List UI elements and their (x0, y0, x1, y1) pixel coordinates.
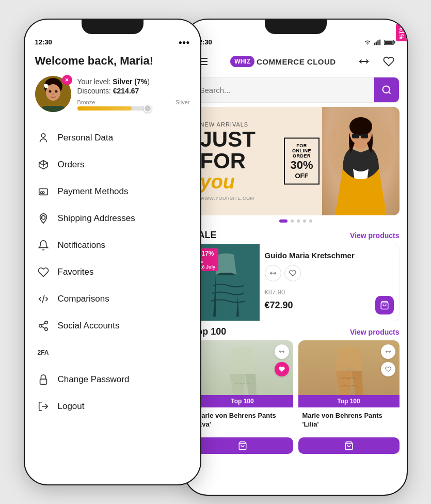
sale-pricing: €87.90 €72.90 (265, 288, 394, 314)
banner-pct: 30% (290, 159, 313, 172)
menu-item-payment-methods[interactable]: Payment Methods (25, 178, 200, 205)
svg-point-5 (52, 93, 54, 95)
discount-value: €214.67 (113, 87, 139, 95)
menu-item-comparisons[interactable]: Comparisons (25, 286, 200, 312)
price-cart-row: €72.90 (265, 296, 394, 314)
top100-card-1[interactable]: Top 100 Marie von B (192, 340, 293, 434)
menu-item-favorites[interactable]: Favorites (25, 259, 200, 286)
add-to-cart-top100-1-button[interactable] (192, 437, 293, 454)
svg-point-3 (49, 90, 51, 93)
compare-top100-2-button[interactable] (381, 344, 395, 359)
wishlist-nav-button[interactable] (379, 52, 398, 71)
wifi-icon (363, 39, 372, 45)
progress-labels: Bronze Silver (77, 99, 190, 105)
top100-card-2-actions (381, 344, 395, 376)
sale-products-row: -17% to 16 July (185, 244, 407, 321)
avatar-wrap[interactable]: × (35, 76, 71, 112)
wishlist-top100-2-button[interactable] (381, 362, 395, 376)
status-bar-left: 12:30 ●●● (25, 20, 200, 48)
cart-top100-2-icon (344, 441, 354, 450)
wishlist-top100-1-button[interactable] (275, 362, 289, 376)
banner-dot-1[interactable] (279, 219, 288, 223)
progress-label-silver: Silver (175, 99, 190, 105)
svg-point-7 (44, 84, 47, 87)
progress-thumb (143, 104, 152, 113)
banner-dot-5[interactable] (309, 219, 312, 223)
top100-product-2-name: Marie von Behrens Pants 'Lilia' (302, 412, 395, 429)
svg-rect-36 (352, 134, 359, 138)
banner-model-svg (322, 107, 400, 215)
progress-bar-wrap: Bronze Silver (77, 99, 190, 111)
compare-top100-1-button[interactable] (275, 344, 289, 359)
banner-for-online: FORONLINEORDER (290, 143, 313, 159)
top100-view-products[interactable]: View products (350, 328, 399, 336)
sale-view-products[interactable]: View products (350, 231, 399, 240)
banner-dot-4[interactable] (303, 219, 306, 223)
menu-item-orders[interactable]: Orders (25, 151, 200, 178)
2fa-icon: 2FA (37, 346, 50, 359)
avatar-close-badge[interactable]: × (62, 75, 72, 85)
add-to-cart-top100-2-button[interactable] (298, 437, 400, 454)
top100-badge-1: Top 100 (192, 395, 293, 407)
compare-product-icon (269, 270, 277, 277)
nav-logo: WHIZ COMMERCE CLOUD (230, 56, 336, 67)
menu-item-2fa[interactable]: 2FA 2FA (25, 339, 200, 366)
user-details: Your level: Silver (7%) Discounts: €214.… (77, 77, 190, 111)
menu-label-orders: Orders (58, 160, 85, 170)
svg-line-18 (41, 323, 44, 325)
status-bar-right: 12:30 (185, 20, 407, 48)
sale-product-card[interactable]: -17% to 16 July (192, 244, 400, 321)
menu-item-change-password[interactable]: Change Password (25, 366, 200, 393)
sale-section-header: SALE View products (185, 225, 407, 244)
svg-point-13 (41, 216, 45, 219)
top100-card-2[interactable]: Top 100 Marie von B (298, 340, 400, 434)
battery-icon (384, 39, 396, 45)
sale-product-info: Guido Maria Kretschmer (260, 244, 399, 321)
right-phone: 12:30 (185, 20, 407, 495)
compare-top100-1-icon (279, 349, 285, 355)
wishlist-product-button[interactable] (284, 265, 301, 281)
banner-dot-2[interactable] (291, 219, 294, 223)
svg-point-9 (41, 134, 45, 137)
menu-item-shipping-addresses[interactable]: Shipping Addresses (25, 205, 200, 232)
lock-icon (37, 373, 50, 386)
top100-card-1-footer: Marie von Behrens Pants 'Eva' (192, 407, 293, 434)
banner-dot-3[interactable] (297, 219, 300, 223)
search-bar (192, 77, 400, 103)
svg-point-32 (382, 86, 389, 93)
svg-rect-37 (361, 134, 368, 138)
compare-product-button[interactable] (265, 265, 281, 281)
add-to-cart-button[interactable] (375, 296, 394, 314)
heart-product-icon (289, 270, 296, 277)
top100-section-header: Top 100 View products (185, 321, 407, 340)
search-input[interactable] (193, 80, 374, 101)
progress-bar (77, 106, 150, 111)
compare-top100-2-icon (385, 349, 391, 355)
menu-item-personal-data[interactable]: Personal Data (25, 124, 200, 151)
compare-icon (37, 293, 50, 305)
search-button[interactable] (374, 77, 399, 102)
menu-label-personal-data: Personal Data (58, 133, 114, 143)
svg-point-35 (349, 117, 372, 136)
orders-icon (37, 159, 50, 171)
menu-list: Personal Data Orders (25, 120, 200, 424)
menu-label-change-password: Change Password (58, 374, 130, 385)
banner[interactable]: NEW ARRIVALS JUST FOR you WWW.YOURSITE.C… (192, 107, 400, 215)
top100-card-1-actions (275, 344, 289, 376)
svg-point-4 (55, 90, 57, 93)
svg-rect-19 (40, 379, 46, 384)
2fa-text: 2FA (37, 349, 49, 356)
user-info-row: × Your level: Silver (7%) Discounts: €21… (35, 76, 190, 112)
sale-badge-date: 16 July (200, 264, 216, 270)
menu-item-social-accounts[interactable]: Social Accounts (25, 312, 200, 339)
svg-line-17 (41, 326, 44, 328)
menu-label-notifications: Notifications (58, 240, 106, 250)
compare-nav-icon (358, 56, 370, 67)
banner-discount-badge: FORONLINEORDER 30% OFF (284, 138, 319, 185)
menu-item-notifications[interactable]: Notifications (25, 232, 200, 259)
compare-nav-button[interactable] (355, 52, 373, 71)
svg-rect-21 (374, 42, 375, 45)
banner-model-image (322, 107, 400, 215)
top100-badge-2: Top 100 (298, 395, 400, 407)
menu-item-logout[interactable]: Logout (25, 393, 200, 420)
